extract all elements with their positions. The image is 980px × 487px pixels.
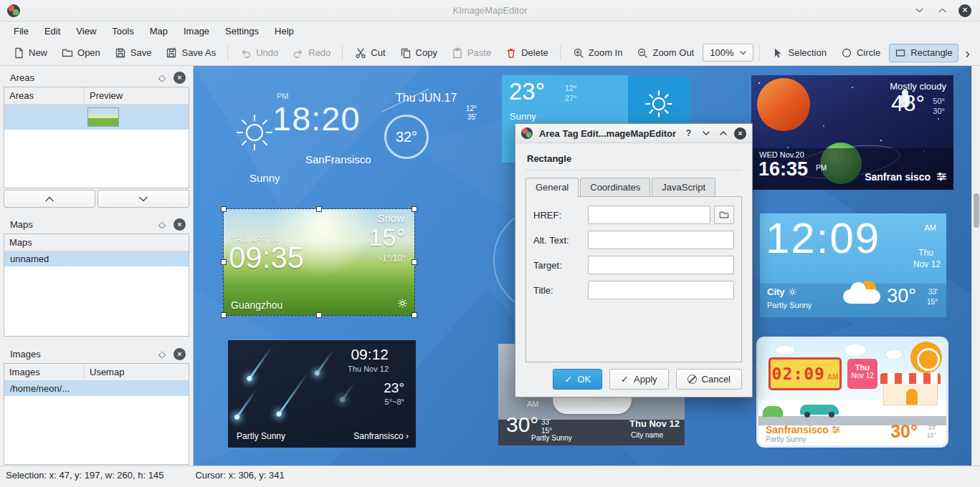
selection-handle-nw[interactable] <box>221 206 227 212</box>
menu-item-tools[interactable]: Tools <box>104 24 141 39</box>
toolbar-separator <box>560 45 561 61</box>
dialog-maximize-button[interactable] <box>717 127 729 140</box>
menu-item-help[interactable]: Help <box>267 24 302 39</box>
cancel-button[interactable]: Cancel <box>676 369 742 390</box>
rectangle-tool-button[interactable]: Rectangle <box>889 44 958 62</box>
href-input[interactable] <box>588 206 710 224</box>
tab-coordinates[interactable]: Coordinates <box>580 178 650 196</box>
widget-city: SanFransisco <box>305 153 371 165</box>
toolbar-separator <box>227 45 228 61</box>
usemap-column-header[interactable]: Usemap <box>85 364 189 380</box>
window-close-button[interactable]: × <box>958 4 971 17</box>
float-panel-icon[interactable]: ◇ <box>158 220 166 229</box>
maps-list-header: Maps <box>4 234 189 251</box>
areas-column-header[interactable]: Areas <box>4 87 85 104</box>
save-as-button[interactable]: Save As <box>160 44 222 62</box>
menu-item-map[interactable]: Map <box>142 24 176 39</box>
float-panel-icon[interactable]: ◇ <box>158 349 166 359</box>
selection-handle-se[interactable] <box>411 312 417 318</box>
widget-ampm: AM <box>925 223 937 232</box>
dialog-help-button[interactable]: ? <box>682 127 695 140</box>
href-label: HREF: <box>533 210 588 221</box>
close-panel-icon[interactable]: × <box>173 218 186 231</box>
preview-column-header[interactable]: Preview <box>85 87 189 104</box>
image-list-row[interactable]: /home/neon/... <box>4 381 189 396</box>
close-panel-icon[interactable]: × <box>173 72 186 84</box>
widget-ampm: AM <box>527 400 539 408</box>
weather-widget-comets: 09:12 Thu Nov 12 23° 5°~8° Partly Sunny … <box>228 340 416 448</box>
widget-time: 16:35 <box>758 158 808 180</box>
widget-coord-top: 12° <box>466 105 477 112</box>
alt-text-label: Alt. Text: <box>533 235 588 246</box>
window-maximize-button[interactable] <box>936 4 948 17</box>
window-titlebar[interactable]: KImageMapEditor × <box>0 0 980 21</box>
circle-tool-button[interactable]: Circle <box>835 44 886 62</box>
widget-temp: 23° <box>384 380 404 396</box>
menu-item-edit[interactable]: Edit <box>37 24 68 39</box>
tab-javascript[interactable]: JavaScript <box>652 178 715 196</box>
widget-city: Sanfransisco <box>766 424 840 435</box>
dialog-close-button[interactable]: × <box>734 127 746 140</box>
undo-button[interactable]: Undo <box>234 44 284 62</box>
menu-item-settings[interactable]: Settings <box>217 24 267 39</box>
copy-button[interactable]: Copy <box>394 44 443 62</box>
paste-button[interactable]: Paste <box>446 44 497 62</box>
toolbar-separator <box>342 45 343 61</box>
selection-handle-e[interactable] <box>411 259 417 265</box>
menu-item-view[interactable]: View <box>68 24 104 39</box>
zoom-in-button[interactable]: Zoom In <box>567 44 629 62</box>
target-input[interactable] <box>588 256 734 274</box>
ok-button[interactable]: ✓OK <box>553 369 602 390</box>
apply-button[interactable]: ✓Apply <box>609 369 668 390</box>
toolbar-overflow-button[interactable]: › <box>962 46 973 60</box>
redo-button[interactable]: Redo <box>287 44 336 62</box>
comet-decoration <box>248 346 272 380</box>
areas-list-empty <box>4 130 189 188</box>
close-panel-icon[interactable]: × <box>173 348 186 360</box>
selection-handle-sw[interactable] <box>221 312 227 318</box>
images-column-header[interactable]: Images <box>4 364 85 380</box>
float-panel-icon[interactable]: ◇ <box>158 73 166 82</box>
selection-handle-s[interactable] <box>316 312 322 318</box>
zoom-out-button[interactable]: Zoom Out <box>631 44 700 62</box>
maps-column-header[interactable]: Maps <box>4 234 189 251</box>
zoom-level-dropdown[interactable]: 100% <box>703 44 753 62</box>
vertical-scrollbar[interactable] <box>971 66 980 466</box>
menu-item-image[interactable]: Image <box>176 24 217 39</box>
dialog-minimize-button[interactable] <box>700 127 712 140</box>
move-area-up-button[interactable] <box>4 190 95 208</box>
title-input[interactable] <box>588 281 734 299</box>
menu-item-file[interactable]: File <box>6 24 37 39</box>
cursor-status-text: Cursor: x: 306, y: 341 <box>195 470 284 481</box>
widget-day: Thu <box>918 248 933 258</box>
cut-button[interactable]: Cut <box>349 44 391 62</box>
areas-panel-header: Areas ◇ × <box>4 69 189 87</box>
tab-general[interactable]: General <box>525 178 579 196</box>
window-minimize-button[interactable] <box>913 4 926 17</box>
selection-tool-button[interactable]: Selection <box>766 44 832 62</box>
area-list-row[interactable] <box>4 105 189 130</box>
open-folder-icon <box>62 47 73 59</box>
delete-trash-icon <box>505 47 517 59</box>
images-panel-title: Images <box>10 349 151 360</box>
new-button[interactable]: New <box>7 44 53 62</box>
scrollbar-thumb[interactable] <box>974 193 979 228</box>
title-label: Title: <box>533 285 588 296</box>
selection-handle-ne[interactable] <box>411 206 417 212</box>
dialog-titlebar[interactable]: Area Tag Edit...mageMapEditor ? × <box>515 124 752 143</box>
selection-handle-n[interactable] <box>316 206 322 212</box>
date-badge: Thu Nov 12 <box>847 359 877 389</box>
widget-low: 27° <box>565 94 577 102</box>
delete-button[interactable]: Delete <box>500 44 554 62</box>
browse-file-button[interactable] <box>714 206 734 224</box>
save-button[interactable]: Save <box>109 44 158 62</box>
comet-decoration <box>316 349 334 374</box>
open-button[interactable]: Open <box>56 44 106 62</box>
widget-city: City name <box>631 431 663 439</box>
move-area-down-button[interactable] <box>97 190 189 208</box>
map-list-row[interactable]: unnamed <box>4 251 189 266</box>
save-as-icon <box>166 47 177 59</box>
selection-handle-w[interactable] <box>221 259 227 265</box>
weather-widget-guangzhou-selected[interactable]: Snow 15° -1°/10° THU. APR 04 09:35 Guang… <box>224 209 414 315</box>
alt-text-input[interactable] <box>588 231 734 249</box>
